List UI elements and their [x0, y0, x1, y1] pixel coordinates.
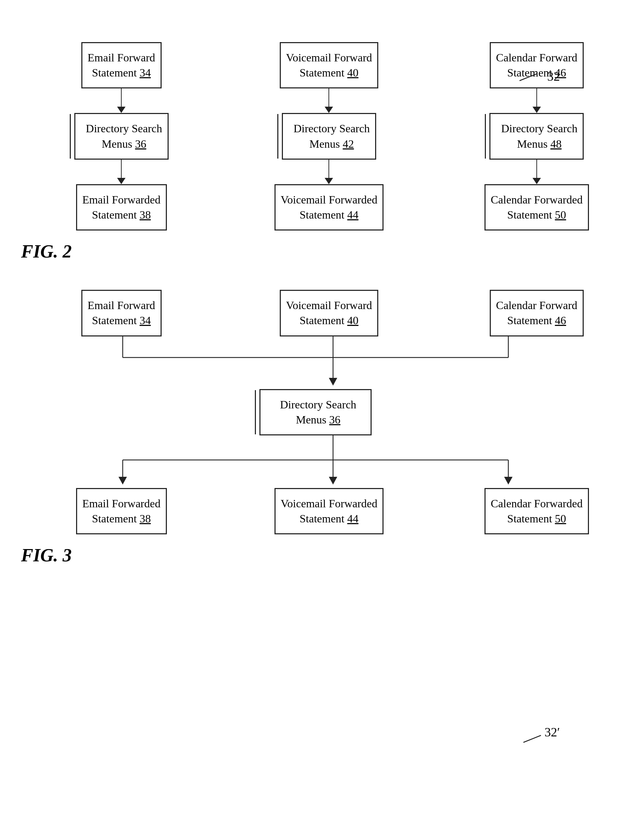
svg-marker-15 — [504, 477, 512, 484]
fig2-label: FIG. 2 — [21, 241, 623, 262]
voicemail-forward-box-fig2: Voicemail ForwardStatement 40 — [280, 42, 379, 88]
svg-line-0 — [520, 74, 537, 81]
dir-search-num1-fig2: 36 — [135, 137, 146, 150]
dir-search-box-fig3: Directory SearchMenus 36 — [259, 389, 372, 435]
arrow-down-3b — [532, 160, 541, 184]
fig2-col1: Email ForwardStatement 34 Directory Sear… — [35, 42, 207, 231]
voicemail-forwarded-num-fig3: 44 — [347, 512, 358, 525]
email-forward-num-fig2: 34 — [140, 66, 151, 79]
arrow-down-3a — [532, 88, 541, 113]
voicemail-forwarded-num-fig2: 44 — [347, 208, 358, 221]
dir-search-num-fig3: 36 — [329, 413, 340, 426]
dir-search-box1-fig2: Directory SearchMenus 36 — [74, 113, 169, 159]
dir-search-box3-fig2: Directory SearchMenus 48 — [489, 113, 584, 159]
calendar-forwarded-box-fig3: Calendar ForwardedStatement 50 — [485, 488, 589, 534]
fig3-ref-number: 32′ — [544, 725, 560, 740]
email-forwarded-box-fig3: Email ForwardedStatement 38 — [76, 488, 167, 534]
calendar-forward-num-fig3: 46 — [555, 314, 566, 327]
arrow-down-2b — [325, 160, 333, 184]
fig3-label: FIG. 3 — [21, 545, 623, 566]
email-forwarded-num-fig3: 38 — [140, 512, 151, 525]
fig3-bot-col3: Calendar ForwardedStatement 50 — [451, 488, 623, 534]
fig2-ref-label: 32 — [547, 69, 560, 83]
fig2-ref-number: 32 — [516, 63, 560, 84]
calendar-forwarded-num-fig2: 50 — [555, 208, 566, 221]
fig3-bot-col1: Email ForwardedStatement 38 — [35, 488, 207, 534]
arrow-down-1b — [117, 160, 126, 184]
dir-search-box2-fig2: Directory SearchMenus 42 — [282, 113, 376, 159]
fig2-col2: Voicemail ForwardStatement 40 Directory … — [242, 42, 415, 231]
calendar-forwarded-num-fig3: 50 — [555, 512, 566, 525]
fig3-bot-col2: Voicemail ForwardedStatement 44 — [242, 488, 415, 534]
svg-marker-7 — [329, 378, 337, 386]
dir-search-num3-fig2: 48 — [550, 137, 562, 150]
svg-marker-13 — [329, 477, 337, 484]
fig3-top-col1: Email ForwardStatement 34 — [35, 290, 207, 336]
arrow-down-1a — [117, 88, 126, 113]
fig3-top-col2: Voicemail ForwardStatement 40 — [242, 290, 415, 336]
email-forward-box-fig2: Email ForwardStatement 34 — [81, 42, 162, 88]
voicemail-forward-num-fig2: 40 — [347, 66, 358, 79]
email-forwarded-box-fig2: Email ForwardedStatement 38 — [76, 184, 167, 231]
calendar-forwarded-box-fig2: Calendar ForwardedStatement 50 — [485, 184, 589, 231]
svg-line-1 — [523, 735, 541, 743]
email-forwarded-num-fig2: 38 — [140, 208, 151, 221]
fig3-top-connector-svg — [35, 337, 596, 389]
arrow-down-2a — [325, 88, 333, 113]
voicemail-forward-num-fig3: 40 — [347, 314, 358, 327]
voicemail-forwarded-box-fig3: Voicemail ForwardedStatement 44 — [274, 488, 384, 534]
fig2-diagram: 32 Email ForwardStatement 34 Directory S… — [21, 42, 623, 262]
fig3-bot-connector-svg — [35, 435, 596, 488]
voicemail-forward-box-fig3: Voicemail ForwardStatement 40 — [280, 290, 379, 336]
email-forward-num-fig3: 34 — [140, 314, 151, 327]
calendar-forward-box-fig3: Calendar ForwardStatement 46 — [490, 290, 584, 336]
fig3-top-col3: Calendar ForwardStatement 46 — [451, 290, 623, 336]
fig3-bot-connector — [35, 435, 596, 488]
fig3-top-row: Email ForwardStatement 34 Voicemail Forw… — [35, 290, 623, 336]
email-forward-box-fig3: Email ForwardStatement 34 — [81, 290, 162, 336]
fig3-top-connector — [35, 337, 596, 389]
svg-marker-11 — [118, 477, 127, 484]
dir-search-num2-fig2: 42 — [343, 137, 354, 150]
fig3-middle-row: Directory SearchMenus 36 — [35, 389, 596, 435]
voicemail-forwarded-box-fig2: Voicemail ForwardedStatement 44 — [274, 184, 384, 231]
fig3-diagram: 32′ Email ForwardStatement 34 Voicemail … — [21, 290, 623, 566]
fig3-bottom-row: Email ForwardedStatement 38 Voicemail Fo… — [35, 488, 623, 534]
